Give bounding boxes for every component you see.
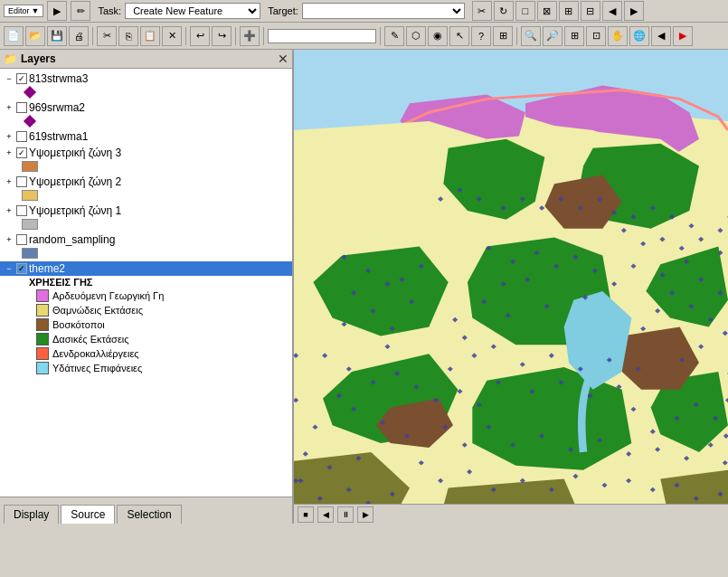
square-btn[interactable]: □: [515, 1, 535, 21]
layer-item-813strwma3: − 813strwma3: [0, 71, 292, 99]
map-nav-btn4[interactable]: ▶: [357, 506, 373, 523]
legend-color-5: [36, 362, 49, 374]
full-extent-btn[interactable]: ⊡: [586, 26, 606, 46]
map-nav-btn2[interactable]: ◀: [317, 506, 334, 523]
redo-btn[interactable]: ↪: [212, 26, 232, 46]
legend-color-1: [36, 304, 49, 317]
expand-icon-theme2[interactable]: −: [4, 263, 14, 274]
zoom-in-btn[interactable]: 🔍: [521, 26, 541, 46]
select-btn[interactable]: ↖: [449, 26, 469, 46]
vertex-btn[interactable]: ⬡: [406, 26, 426, 46]
layer-row-theme2[interactable]: − theme2: [0, 261, 292, 276]
expand-icon-619strwma1[interactable]: +: [4, 131, 14, 142]
selection-tab[interactable]: Selection: [117, 505, 181, 524]
layer-row-ypsometrike2[interactable]: + Υψομετρική ζώνη 2: [0, 175, 292, 189]
checkbox-969srwma2[interactable]: [16, 102, 27, 113]
paste-btn[interactable]: 📋: [140, 26, 160, 46]
scissors-icon-btn[interactable]: ✂: [472, 1, 492, 21]
legend-item-4: Δενδροκαλλιέργειες: [7, 346, 292, 361]
legend-label-1: Θαμνώδεις Εκτάσεις: [52, 305, 143, 316]
source-tab[interactable]: Source: [61, 505, 115, 524]
checkbox-random-sampling[interactable]: [16, 234, 27, 245]
checkbox-theme2[interactable]: [16, 263, 27, 274]
nav-back-btn[interactable]: ◀: [602, 1, 622, 21]
globe-btn[interactable]: 🌐: [629, 26, 649, 46]
circle-btn[interactable]: ◉: [428, 26, 448, 46]
map-nav-btn1[interactable]: ■: [298, 506, 314, 523]
pencil-button[interactable]: ✏: [71, 1, 90, 21]
layer-row-619strwma1[interactable]: + 619strwma1: [0, 129, 292, 144]
expand-icon-ypsometrike2[interactable]: +: [4, 176, 14, 187]
rotate-btn[interactable]: ↻: [494, 1, 514, 21]
arrow-right-btn[interactable]: ▶: [673, 26, 693, 46]
layer-row-ypsometrike3[interactable]: + Υψομετρική ζώνη 3: [0, 146, 292, 160]
checkbox-ypsometrike3[interactable]: [16, 147, 27, 158]
editor-dropdown[interactable]: Editor ▼: [4, 5, 43, 17]
legend-color-0: [36, 289, 49, 302]
map-nav-btn3[interactable]: ⏸: [337, 506, 354, 523]
checkbox-619strwma1[interactable]: [16, 131, 27, 142]
layer-row-813strwma3[interactable]: − 813strwma3: [0, 71, 292, 86]
add-btn[interactable]: ➕: [240, 26, 260, 46]
layer-row-ypsometrike1[interactable]: + Υψομετρική ζώνη 1: [0, 203, 292, 218]
legend-group-label: ΧΡΗΣΕΙΣ ΓΗΣ: [7, 276, 292, 288]
layer-name-theme2: theme2: [29, 262, 65, 275]
new-btn[interactable]: 📄: [4, 26, 24, 46]
layer-name-619strwma1: 619strwma1: [29, 130, 88, 143]
help-btn[interactable]: ?: [471, 26, 491, 46]
close-panel-button[interactable]: ✕: [278, 52, 288, 66]
map-bottom-bar: ■ ◀ ⏸ ▶: [294, 504, 728, 524]
print-btn[interactable]: 🖨: [69, 26, 89, 46]
legend-color-3: [36, 333, 49, 345]
cut-btn[interactable]: ✂: [97, 26, 117, 46]
sep2: [185, 27, 186, 45]
map-area[interactable]: ■ ◀ ⏸ ▶: [294, 50, 728, 524]
expand-icon-969srwma2[interactable]: +: [4, 102, 14, 113]
layer-name-969srwma2: 969srwma2: [29, 101, 85, 114]
legend-label-3: Δασικές Εκτάσεις: [52, 334, 129, 345]
display-tab[interactable]: Display: [4, 505, 59, 524]
arrow-left-btn[interactable]: ◀: [651, 26, 671, 46]
sep4: [263, 27, 264, 45]
undo-btn[interactable]: ↩: [190, 26, 210, 46]
sep5: [380, 27, 381, 45]
expand-icon-813strwma3[interactable]: −: [4, 73, 14, 84]
target-select[interactable]: [302, 3, 465, 19]
play-button[interactable]: ▶: [47, 1, 67, 21]
copy-btn[interactable]: ⎘: [118, 26, 138, 46]
layer-item-theme2: − theme2 ΧΡΗΣΕΙΣ ΓΗΣ Αρδευόμενη Γεωργική…: [0, 260, 292, 376]
layer-item-969srwma2: + 969srwma2: [0, 99, 292, 128]
search-input[interactable]: [268, 29, 376, 43]
pan-btn[interactable]: ✋: [608, 26, 628, 46]
merge-btn[interactable]: ⊞: [559, 1, 579, 21]
nav-fwd-btn[interactable]: ▶: [624, 1, 644, 21]
layer-row-969srwma2[interactable]: + 969srwma2: [0, 100, 292, 115]
checkbox-ypsometrike2[interactable]: [16, 176, 27, 187]
grid-btn[interactable]: ⊞: [493, 26, 513, 46]
checkbox-ypsometrike1[interactable]: [16, 205, 27, 216]
reshape-btn[interactable]: ⊠: [537, 1, 557, 21]
zoom-sel-btn[interactable]: ⊞: [564, 26, 584, 46]
editor-label: Editor: [8, 6, 30, 15]
task-select[interactable]: Create New Feature: [125, 3, 260, 19]
expand-icon-random-sampling[interactable]: +: [4, 234, 14, 245]
layers-content: − 813strwma3 + 969srwma2: [0, 69, 292, 497]
layer-name-813strwma3: 813strwma3: [29, 72, 88, 85]
layer-item-ypsometrike2: + Υψομετρική ζώνη 2: [0, 174, 292, 203]
legend-color-4: [36, 347, 49, 360]
legend-item-2: Βοσκότοποι: [7, 317, 292, 332]
expand-icon-ypsometrike1[interactable]: +: [4, 205, 14, 216]
editor-chevron-icon: ▼: [32, 6, 40, 15]
zoom-out-btn[interactable]: 🔎: [543, 26, 563, 46]
legend-label-4: Δενδροκαλλιέργειες: [52, 348, 139, 359]
expand-icon-ypsometrike3[interactable]: +: [4, 147, 14, 158]
open-btn[interactable]: 📂: [25, 26, 45, 46]
edit-tool-btn[interactable]: ✎: [384, 26, 404, 46]
delete-btn[interactable]: ✕: [162, 26, 182, 46]
checkbox-813strwma3[interactable]: [16, 73, 27, 84]
layer-row-random-sampling[interactable]: + random_sampling: [0, 232, 292, 247]
save-btn[interactable]: 💾: [47, 26, 67, 46]
legend-item-5: Υδάτινες Επιφάνειες: [7, 361, 292, 375]
split-btn[interactable]: ⊟: [581, 1, 600, 21]
layer-item-ypsometrike1: + Υψομετρική ζώνη 1: [0, 203, 292, 232]
